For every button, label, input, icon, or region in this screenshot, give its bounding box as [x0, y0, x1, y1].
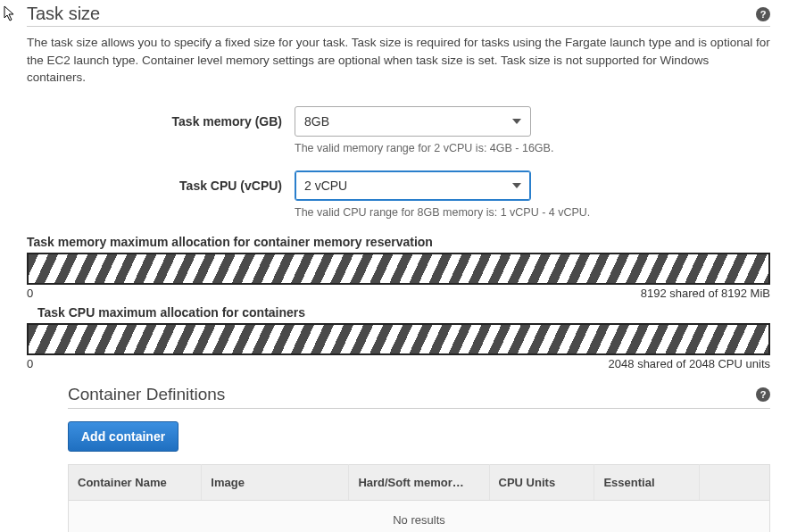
col-image[interactable]: Image — [202, 464, 349, 500]
memory-allocation-meta: 0 8192 shared of 8192 MiB — [27, 287, 770, 300]
col-container-name[interactable]: Container Name — [69, 464, 202, 500]
task-memory-label: Task memory (GB) — [27, 114, 295, 129]
task-cpu-row: Task CPU (vCPU) 2 vCPU — [27, 170, 770, 201]
table-header-row: Container Name Image Hard/Soft memor… CP… — [69, 464, 770, 500]
task-cpu-label: Task CPU (vCPU) — [27, 179, 295, 193]
task-memory-row: Task memory (GB) 8GB — [27, 106, 770, 137]
no-results-text: No results — [69, 500, 770, 532]
task-cpu-value: 2 vCPU — [304, 179, 347, 193]
containers-table: Container Name Image Hard/Soft memor… CP… — [68, 464, 770, 532]
memory-allocation-bar — [27, 253, 770, 285]
col-actions — [700, 464, 770, 500]
container-definitions-header: Container Definitions ? — [68, 385, 770, 409]
table-row-empty: No results — [69, 500, 770, 532]
col-essential[interactable]: Essential — [594, 464, 700, 500]
col-memory[interactable]: Hard/Soft memor… — [349, 464, 489, 500]
chevron-down-icon — [512, 119, 521, 124]
task-size-header: Task size ? — [27, 0, 770, 27]
memory-allocation-zero: 0 — [27, 287, 33, 300]
col-cpu[interactable]: CPU Units — [489, 464, 594, 500]
task-memory-value: 8GB — [304, 114, 329, 129]
task-size-title: Task size — [27, 4, 100, 24]
memory-allocation-status: 8192 shared of 8192 MiB — [641, 287, 770, 300]
cpu-allocation-zero: 0 — [27, 357, 33, 370]
task-cpu-select[interactable]: 2 vCPU — [295, 170, 531, 201]
cpu-allocation-label: Task CPU maximum allocation for containe… — [37, 305, 770, 320]
task-size-description: The task size allows you to specify a fi… — [27, 34, 770, 87]
help-icon[interactable]: ? — [756, 387, 770, 402]
task-cpu-hint: The valid CPU range for 8GB memory is: 1… — [295, 206, 770, 219]
add-container-button[interactable]: Add container — [68, 421, 178, 452]
container-definitions-title: Container Definitions — [68, 385, 225, 404]
task-memory-hint: The valid memory range for 2 vCPU is: 4G… — [295, 142, 770, 154]
help-icon[interactable]: ? — [756, 7, 770, 21]
chevron-down-icon — [512, 183, 521, 188]
task-memory-select[interactable]: 8GB — [295, 106, 531, 137]
cpu-allocation-bar — [27, 323, 770, 355]
cpu-allocation-status: 2048 shared of 2048 CPU units — [609, 357, 770, 370]
cpu-allocation-meta: 0 2048 shared of 2048 CPU units — [27, 357, 770, 370]
memory-allocation-label: Task memory maximum allocation for conta… — [27, 235, 770, 249]
